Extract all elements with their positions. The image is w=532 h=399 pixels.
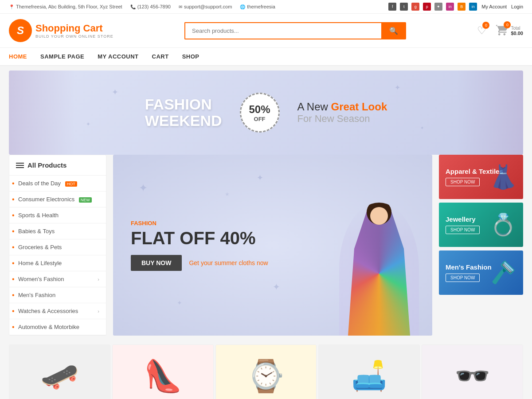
buy-now-button[interactable]: BUY NOW bbox=[131, 255, 182, 271]
shoes-icon: 👠 bbox=[144, 358, 182, 394]
sidebar-item-watches[interactable]: Watches & Accessories › bbox=[9, 303, 106, 319]
sidebar-link-sports[interactable]: Sports & Health bbox=[9, 207, 106, 223]
category-sports[interactable]: 🛹 SPORTS GET 10% OFF YOUR ORDER bbox=[9, 344, 110, 399]
category-shoes-img: 👠 bbox=[113, 345, 213, 399]
promo-subtext: Get your summer cloths now bbox=[189, 259, 268, 266]
promo-card-jewellery-title: Jewellery bbox=[446, 215, 480, 223]
phone: (123) 456-7890 bbox=[130, 4, 171, 9]
pin-icon bbox=[9, 4, 14, 9]
apparel-emoji: 👗 bbox=[489, 164, 518, 191]
hot-badge: HOT bbox=[65, 181, 77, 187]
sidebar-link-babies[interactable]: Babies & Toys bbox=[9, 223, 106, 239]
instagram-icon[interactable]: in bbox=[446, 3, 454, 11]
sidebar-item-womens[interactable]: Women's Fashion › bbox=[9, 271, 106, 287]
category-glasses[interactable]: 🕶️ GLASSES FASHION GLASSES FRAMES bbox=[422, 344, 523, 399]
sidebar-link-womens[interactable]: Women's Fashion › bbox=[9, 271, 106, 287]
cart-total: Total $0.00 bbox=[511, 26, 523, 36]
twitter-icon[interactable]: t bbox=[400, 3, 408, 11]
hero-discount-circle: 50% OFF bbox=[240, 93, 280, 133]
nav-link-account[interactable]: MY ACCOUNT bbox=[98, 48, 138, 65]
category-sports-img: 🛹 bbox=[9, 345, 110, 399]
center-promo-panel: ✦ ✦ ✦ ✦ ✦ ★ FASHION FLAT OFF 40% BUY NOW… bbox=[113, 155, 432, 336]
nav-link-home[interactable]: HOME bbox=[9, 48, 27, 65]
shop-now-jewellery-button[interactable]: SHOP NOW bbox=[446, 226, 480, 234]
category-furniture[interactable]: 🛋️ FURNITURE FREE DELIVERY IN TOWN bbox=[318, 344, 420, 399]
promo-card-apparel[interactable]: Apparel & Textiles SHOP NOW 👗 bbox=[439, 155, 523, 199]
discount-off: OFF bbox=[254, 116, 266, 122]
nav-item-cart[interactable]: CART bbox=[152, 48, 169, 65]
category-watches[interactable]: ⌚ WATCHES SOURCE FOR LUXURY WATCHES bbox=[215, 344, 317, 399]
cart-button[interactable]: 0 Total $0.00 bbox=[496, 24, 523, 38]
address: Themefreesia, Abc Building, 5th Floor, X… bbox=[9, 4, 122, 9]
nav-link-shop[interactable]: SHOP bbox=[182, 48, 200, 65]
phone-icon bbox=[130, 4, 136, 9]
logo-title: Shopping Cart bbox=[35, 23, 113, 34]
nav-item-account[interactable]: MY ACCOUNT bbox=[98, 48, 138, 65]
shop-now-mens-button[interactable]: SHOP NOW bbox=[446, 274, 480, 282]
cart-icon-wrap: 0 bbox=[496, 24, 508, 38]
sidebar-link-automotive[interactable]: Automotive & Motorbike bbox=[9, 319, 106, 335]
sidebar-item-home[interactable]: Home & Lifestyle bbox=[9, 255, 106, 271]
my-account-link[interactable]: My Account bbox=[481, 4, 507, 9]
hamburger-icon bbox=[16, 163, 24, 168]
top-bar-right: f t g p ✦ in B in My Account Login bbox=[388, 3, 523, 11]
logo[interactable]: S Shopping Cart BUILD YOUR OWN ONLINE ST… bbox=[9, 19, 113, 42]
header: S Shopping Cart BUILD YOUR OWN ONLINE ST… bbox=[0, 14, 532, 48]
jewellery-emoji: 💍 bbox=[490, 212, 516, 237]
promo-card-jewellery-text: Jewellery SHOP NOW bbox=[446, 215, 480, 234]
shop-now-apparel-button[interactable]: SHOP NOW bbox=[446, 178, 480, 186]
sidebar-item-deals[interactable]: Deals of the Day HOT bbox=[9, 176, 106, 192]
nav-link-sample[interactable]: SAMPLE PAGE bbox=[40, 48, 84, 65]
nav-item-home[interactable]: HOME bbox=[9, 48, 27, 65]
nav-item-shop[interactable]: SHOP bbox=[182, 48, 200, 65]
nav-item-sample[interactable]: SAMPLE PAGE bbox=[40, 48, 84, 65]
search-input[interactable] bbox=[184, 22, 381, 39]
sidebar-link-electronics[interactable]: Consumer Electronics NEW bbox=[9, 192, 106, 207]
promo-card-mens[interactable]: Men's Fashion SHOP NOW 🪒 bbox=[439, 250, 523, 295]
promo-card-jewellery[interactable]: Jewellery SHOP NOW 💍 bbox=[439, 203, 523, 247]
wishlist-badge: 0 bbox=[482, 22, 489, 29]
sidebar-item-sports[interactable]: Sports & Health bbox=[9, 207, 106, 223]
logo-subtitle: BUILD YOUR OWN ONLINE STORE bbox=[35, 34, 113, 39]
nav-link-cart[interactable]: CART bbox=[152, 48, 169, 65]
facebook-icon[interactable]: f bbox=[388, 3, 396, 11]
extra-social-icon[interactable]: ✦ bbox=[434, 3, 442, 11]
right-panel: Apparel & Textiles SHOP NOW 👗 Jewellery … bbox=[439, 155, 523, 336]
hero-banner: ✦ ✦ ✦ ✦ FASHION WEEKEND 50% OFF A New Gr… bbox=[9, 70, 523, 155]
social-icons: f t g p ✦ in B in bbox=[388, 3, 477, 11]
logo-icon: S bbox=[9, 19, 32, 42]
sidebar-item-babies[interactable]: Babies & Toys bbox=[9, 223, 106, 239]
sidebar-item-groceries[interactable]: Groceries & Pets bbox=[9, 239, 106, 255]
sidebar-link-deals[interactable]: Deals of the Day HOT bbox=[9, 176, 106, 191]
sidebar-link-groceries[interactable]: Groceries & Pets bbox=[9, 239, 106, 255]
sidebar: All Products Deals of the Day HOT Consum… bbox=[9, 155, 106, 336]
promo-card-jewellery-img: 💍 bbox=[483, 203, 523, 247]
promo-actions: BUY NOW Get your summer cloths now bbox=[131, 255, 415, 271]
sidebar-link-mens[interactable]: Men's Fashion bbox=[9, 287, 106, 303]
login-link[interactable]: Login bbox=[511, 4, 523, 9]
search-button[interactable]: 🔍 bbox=[381, 22, 406, 39]
sidebar-menu: Deals of the Day HOT Consumer Electronic… bbox=[9, 176, 106, 335]
hero-left-text: FASHION WEEKEND bbox=[145, 96, 222, 129]
pinterest-icon[interactable]: p bbox=[423, 3, 431, 11]
search-bar[interactable]: 🔍 bbox=[184, 22, 406, 39]
category-shoes[interactable]: 👠 SHOES CASUAL, STYLISH & TRENDY bbox=[112, 344, 214, 399]
google-icon[interactable]: g bbox=[411, 3, 419, 11]
sidebar-link-home[interactable]: Home & Lifestyle bbox=[9, 255, 106, 271]
website: themefreesia bbox=[240, 4, 275, 9]
hero-inner: FASHION WEEKEND 50% OFF A New Great Look… bbox=[145, 93, 387, 133]
sidebar-item-electronics[interactable]: Consumer Electronics NEW bbox=[9, 192, 106, 207]
navigation: HOME SAMPLE PAGE MY ACCOUNT CART SHOP bbox=[0, 48, 532, 66]
hero-deco-right bbox=[457, 70, 523, 155]
hero-tagline-2: For New Season bbox=[297, 113, 387, 125]
linkedin-icon[interactable]: in bbox=[469, 3, 477, 11]
sidebar-link-watches[interactable]: Watches & Accessories › bbox=[9, 303, 106, 319]
sidebar-item-mens[interactable]: Men's Fashion bbox=[9, 287, 106, 303]
star-deco: ✦ bbox=[395, 83, 400, 92]
header-right: ♡ 0 0 Total $0.00 bbox=[477, 24, 523, 38]
sidebar-item-automotive[interactable]: Automotive & Motorbike bbox=[9, 319, 106, 335]
wishlist-button[interactable]: ♡ 0 bbox=[477, 24, 487, 37]
category-glasses-img: 🕶️ bbox=[422, 345, 523, 399]
blogger-icon[interactable]: B bbox=[458, 3, 466, 11]
main-content: All Products Deals of the Day HOT Consum… bbox=[9, 155, 523, 336]
